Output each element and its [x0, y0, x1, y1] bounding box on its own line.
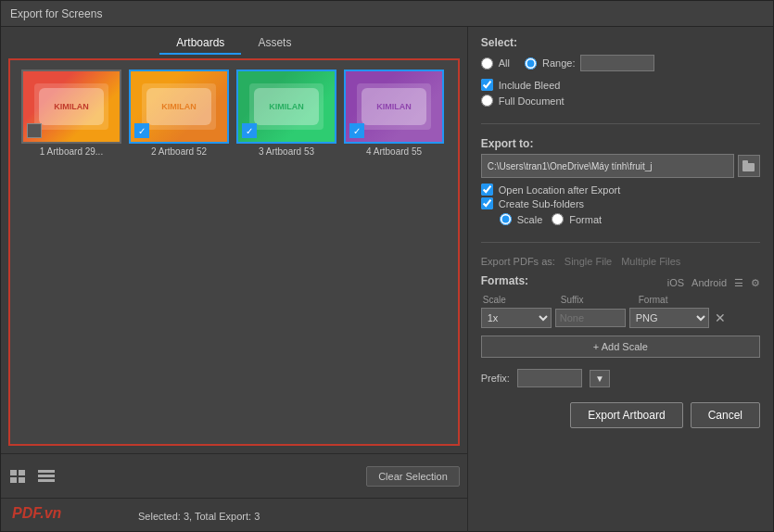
artboard-item-2[interactable]: KIMILAN ✓ 2 Artboard 52 [129, 70, 229, 157]
full-doc-radio-row: Full Document [481, 95, 760, 107]
thumb-product-2: KIMILAN [146, 88, 211, 125]
create-subfolders-checkbox[interactable] [481, 197, 493, 209]
open-location-label[interactable]: Open Location after Export [499, 184, 620, 196]
scale-format-radio-row: Scale Format [500, 213, 760, 229]
all-label[interactable]: All [499, 57, 510, 69]
selected-status-text: Selected: 3, Total Export: 3 [138, 511, 260, 522]
suffix-col-header: Suffix [561, 295, 635, 305]
svg-rect-3 [19, 477, 25, 483]
artboard-check-2: ✓ [134, 123, 149, 138]
multiple-files-label: Multiple Files [621, 256, 680, 267]
format-select[interactable]: PNG JPG SVG PDF [629, 308, 709, 328]
tabs-row: Artboards Assets [1, 27, 467, 55]
cancel-button[interactable]: Cancel [691, 402, 760, 428]
suffix-input[interactable] [555, 309, 626, 327]
left-panel: Artboards Assets KIMILAN [1, 27, 468, 532]
tab-assets[interactable]: Assets [241, 32, 308, 55]
add-scale-button[interactable]: + Add Scale [481, 336, 760, 358]
dialog: Export for Screens Artboards Assets KIMI… [0, 0, 774, 532]
bottom-bar-left [8, 468, 57, 485]
formats-title: Formats: [481, 274, 528, 287]
gear-icon[interactable]: ⚙ [751, 277, 760, 289]
svg-rect-4 [38, 470, 55, 473]
artboards-container: KIMILAN 1 Artboard 29... KIMIL [8, 58, 460, 446]
svg-rect-1 [19, 470, 25, 475]
artboard-thumb-3[interactable]: KIMILAN ✓ [236, 70, 336, 144]
artboard-thumb-4[interactable]: KIMILAN ✓ [344, 70, 444, 144]
formats-header: Formats: iOS Android ☰ ⚙ [481, 274, 760, 291]
scale-select[interactable]: 1x 2x 3x [481, 308, 552, 328]
scale-col-header: Scale [483, 295, 557, 305]
prefix-label: Prefix: [481, 373, 510, 384]
artboard-thumb-2[interactable]: KIMILAN ✓ [129, 70, 229, 144]
range-input[interactable]: 2-4 [580, 55, 654, 71]
ios-label[interactable]: iOS [667, 277, 684, 288]
open-location-checkbox[interactable] [481, 184, 493, 196]
thumb-product-1: KIMILAN [39, 88, 104, 125]
remove-format-button[interactable]: ✕ [713, 310, 728, 325]
formats-section: Formats: iOS Android ☰ ⚙ Scale Suffix Fo… [481, 274, 760, 358]
range-label[interactable]: Range: [542, 57, 575, 69]
right-panel: Select: All Range: 2-4 Include Bleed [468, 27, 773, 532]
bottom-bar: Clear Selection [1, 453, 467, 498]
export-artboard-button[interactable]: Export Artboard [570, 402, 682, 428]
scale-radio[interactable] [500, 213, 512, 225]
create-subfolders-label[interactable]: Create Sub-folders [499, 198, 584, 209]
export-path-display: C:\Users\tran1\OneDrive\Máy tính\fruit_j [481, 154, 734, 178]
artboard-item-1[interactable]: KIMILAN 1 Artboard 29... [21, 70, 121, 157]
thumb-inner-4: KIMILAN [357, 83, 431, 130]
export-pdfs-label: Export PDFs as: [481, 256, 555, 267]
divider-2 [481, 242, 760, 243]
grid-view-icon[interactable] [8, 468, 29, 485]
create-subfolders-row: Create Sub-folders [481, 197, 760, 209]
title-bar: Export for Screens [1, 1, 773, 27]
list-view-icon[interactable] [36, 468, 57, 485]
format-label[interactable]: Format [569, 214, 602, 225]
select-title: Select: [481, 36, 760, 49]
svg-rect-2 [10, 477, 17, 483]
include-bleed-checkbox[interactable] [481, 79, 493, 91]
scale-radio-row: Scale [500, 213, 543, 225]
range-radio[interactable] [525, 57, 537, 70]
svg-rect-8 [742, 160, 748, 164]
include-bleed-row: Include Bleed [481, 79, 760, 91]
artboard-check-empty-1 [27, 123, 42, 138]
list-icon[interactable]: ☰ [734, 277, 743, 289]
select-radio-group: All Range: 2-4 [481, 55, 760, 75]
artboard-thumb-1[interactable]: KIMILAN [21, 70, 121, 144]
full-document-label[interactable]: Full Document [499, 95, 565, 107]
include-bleed-label[interactable]: Include Bleed [499, 80, 561, 91]
format-row-1: 1x 2x 3x PNG JPG SVG PDF ✕ [481, 308, 760, 328]
svg-rect-0 [10, 470, 17, 475]
export-pdfs-row: Export PDFs as: Single File Multiple Fil… [481, 256, 760, 267]
prefix-dropdown-button[interactable]: ▼ [590, 370, 610, 387]
format-radio[interactable] [552, 213, 564, 225]
scale-label[interactable]: Scale [517, 214, 543, 225]
android-label[interactable]: Android [692, 277, 727, 288]
thumb-inner-2: KIMILAN [142, 83, 216, 130]
single-file-label: Single File [565, 256, 612, 267]
formats-table-header: Scale Suffix Format [481, 295, 760, 305]
format-radio-row: Format [552, 213, 602, 225]
divider-1 [481, 123, 760, 124]
clear-selection-button[interactable]: Clear Selection [366, 466, 460, 487]
thumb-inner-3: KIMILAN [249, 83, 324, 130]
tab-artboards[interactable]: Artboards [159, 32, 241, 55]
artboard-item-4[interactable]: KIMILAN ✓ 4 Artboard 55 [344, 70, 444, 157]
dialog-title: Export for Screens [10, 7, 102, 20]
export-to-title: Export to: [481, 137, 760, 150]
artboard-label-3: 3 Artboard 53 [236, 146, 336, 157]
browse-folder-button[interactable] [738, 155, 760, 177]
format-col-header: Format [639, 295, 722, 305]
select-section: Select: All Range: 2-4 Include Bleed [481, 36, 760, 110]
svg-rect-6 [38, 479, 55, 482]
thumb-product-4: KIMILAN [362, 88, 426, 125]
prefix-input[interactable] [517, 369, 582, 387]
all-radio[interactable] [481, 57, 493, 70]
artboard-item-3[interactable]: KIMILAN ✓ 3 Artboard 53 [236, 70, 336, 157]
artboard-label-2: 2 Artboard 52 [129, 146, 229, 157]
artboard-check-3: ✓ [242, 123, 257, 138]
path-row: C:\Users\tran1\OneDrive\Máy tính\fruit_j [481, 154, 760, 178]
full-document-radio[interactable] [481, 95, 493, 107]
action-buttons: Export Artboard Cancel [481, 402, 760, 428]
